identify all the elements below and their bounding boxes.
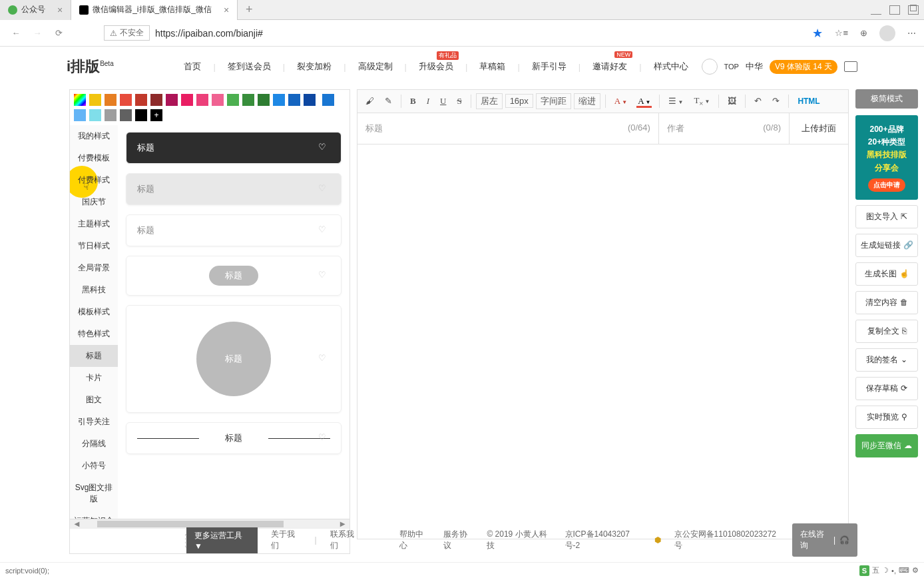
collections-icon[interactable]: ⊕: [860, 28, 867, 38]
heart-icon[interactable]: ♡: [318, 224, 330, 236]
nav-home[interactable]: 首页: [184, 61, 201, 73]
fontsize-select[interactable]: 16px: [505, 94, 533, 108]
action-shortlink[interactable]: 生成短链接🔗: [855, 234, 918, 257]
category-holiday[interactable]: 节日样式: [70, 235, 118, 257]
nav-custom[interactable]: 高级定制: [358, 61, 393, 73]
color-swatch[interactable]: [105, 109, 116, 121]
close-icon[interactable]: ×: [57, 5, 63, 15]
list-button[interactable]: ☰▼: [664, 93, 687, 109]
style-card-line[interactable]: 标题 ♡: [126, 422, 342, 454]
action-save[interactable]: 保存草稿⟳: [855, 377, 918, 400]
color-swatch[interactable]: [258, 94, 270, 106]
category-symbol[interactable]: 小符号: [70, 455, 118, 477]
nav-guide[interactable]: 新手引导: [532, 61, 567, 73]
add-color-button[interactable]: +: [150, 109, 162, 121]
avatar-icon[interactable]: [702, 59, 718, 75]
nav-styles[interactable]: 样式中心: [654, 61, 688, 73]
footer-about[interactable]: 关于我们: [271, 529, 302, 551]
color-swatch[interactable]: [212, 94, 224, 106]
category-svg[interactable]: Svg图文排版: [70, 477, 118, 510]
color-swatch[interactable]: [322, 94, 334, 106]
category-template-styles[interactable]: 模板样式: [70, 301, 118, 323]
category-my-styles[interactable]: 我的样式: [70, 125, 118, 147]
username[interactable]: 中华: [746, 61, 763, 73]
category-paid-styles[interactable]: 付费样式 ☟: [70, 169, 118, 191]
brush-icon[interactable]: 🖌: [361, 93, 378, 109]
category-blacktech[interactable]: 黑科技: [70, 279, 118, 301]
favorite-icon[interactable]: ★: [812, 26, 823, 41]
footer-help[interactable]: 帮助中心: [399, 529, 430, 551]
italic-button[interactable]: I: [423, 93, 433, 109]
minimize-icon[interactable]: [871, 5, 881, 15]
bold-button[interactable]: B: [406, 93, 420, 109]
url-input[interactable]: https://ipaiban.com/bianji#: [155, 28, 807, 39]
footer-terms[interactable]: 服务协议: [443, 529, 474, 551]
menu-icon[interactable]: ⋯: [907, 28, 916, 38]
spacing-select[interactable]: 字间距: [536, 93, 571, 109]
style-card-pill[interactable]: 标题 ♡: [126, 256, 342, 296]
undo-button[interactable]: ↶: [750, 93, 766, 109]
align-select[interactable]: 居左: [476, 93, 503, 109]
color-swatch[interactable]: [105, 94, 116, 106]
category-title[interactable]: 标题: [70, 345, 118, 367]
upload-cover-button[interactable]: 上传封面: [790, 113, 848, 144]
category-theme[interactable]: 主题样式: [70, 213, 118, 235]
color-swatch[interactable]: [120, 109, 132, 121]
category-divider[interactable]: 分隔线: [70, 433, 118, 455]
color-swatch[interactable]: [89, 109, 101, 121]
eyedropper-icon[interactable]: ✎: [381, 93, 396, 109]
action-signature[interactable]: 我的签名⌄: [855, 348, 918, 372]
nav-invite[interactable]: NEW邀请好友: [592, 61, 627, 73]
color-swatch[interactable]: [181, 94, 193, 106]
heart-icon[interactable]: ♡: [318, 432, 330, 444]
footer-contact[interactable]: 联系我们: [330, 529, 361, 551]
action-preview[interactable]: 实时预览⚲: [855, 406, 918, 429]
back-button[interactable]: ←: [8, 25, 24, 41]
browser-tab-active[interactable]: 微信编辑器_i排版_微信排版_微信 ×: [71, 0, 238, 20]
action-clear[interactable]: 清空内容🗑: [855, 291, 918, 314]
nav-fission[interactable]: 裂变加粉: [297, 61, 332, 73]
new-tab-button[interactable]: +: [238, 3, 261, 17]
color-swatch[interactable]: [135, 109, 147, 121]
html-button[interactable]: HTML: [794, 94, 823, 109]
color-swatch[interactable]: [304, 94, 316, 106]
favorites-icon[interactable]: ☆≡: [835, 28, 848, 38]
promo-apply-button[interactable]: 点击申请: [868, 178, 905, 192]
color-swatch[interactable]: [150, 94, 162, 106]
redo-button[interactable]: ↷: [768, 93, 784, 109]
restore-icon[interactable]: [908, 5, 919, 15]
profile-icon[interactable]: [879, 25, 895, 41]
color-swatch[interactable]: [135, 94, 147, 106]
author-input[interactable]: 作者 (0/8): [659, 113, 790, 144]
indent-select[interactable]: 缩进: [574, 93, 600, 109]
browser-tab[interactable]: 公众号 ×: [0, 0, 71, 20]
image-button[interactable]: 🖼: [724, 93, 740, 109]
simple-mode-button[interactable]: 极简模式: [855, 89, 918, 109]
color-swatch[interactable]: [166, 94, 178, 106]
close-icon[interactable]: ×: [224, 5, 229, 15]
footer-icp[interactable]: 京ICP备14043207号-2: [565, 529, 641, 551]
category-card[interactable]: 卡片: [70, 367, 118, 389]
style-card-gray[interactable]: 标题 ♡: [126, 173, 342, 205]
category-follow[interactable]: 引导关注: [70, 411, 118, 433]
nav-signin[interactable]: 签到送会员: [228, 61, 271, 73]
consult-button[interactable]: 在线咨询 | 🎧: [792, 523, 857, 554]
title-input[interactable]: 标题 (0/64): [357, 113, 659, 144]
font-color-button[interactable]: A▼: [610, 93, 631, 109]
style-card-white[interactable]: 标题 ♡: [126, 214, 342, 246]
vip-badge[interactable]: V9 体验版 14 天: [770, 60, 837, 74]
action-longimage[interactable]: 生成长图☝: [855, 262, 918, 286]
security-badge[interactable]: ⚠ 不安全: [104, 25, 150, 41]
action-sync-wechat[interactable]: 同步至微信☁: [855, 434, 918, 457]
style-card-circle[interactable]: 标题 ♡: [126, 305, 342, 413]
bg-color-button[interactable]: A▼: [634, 93, 654, 109]
color-swatch[interactable]: [242, 94, 254, 106]
format-button[interactable]: T×▼: [690, 93, 714, 110]
action-import[interactable]: 图文导入⇱: [855, 205, 918, 228]
maximize-icon[interactable]: [889, 5, 900, 15]
nav-upgrade[interactable]: 有礼品升级会员: [419, 61, 453, 73]
logo[interactable]: i排版Beta: [67, 57, 114, 77]
heart-icon[interactable]: ♡: [318, 353, 330, 365]
nav-drafts[interactable]: 草稿箱: [479, 61, 505, 73]
color-picker[interactable]: [74, 94, 86, 106]
